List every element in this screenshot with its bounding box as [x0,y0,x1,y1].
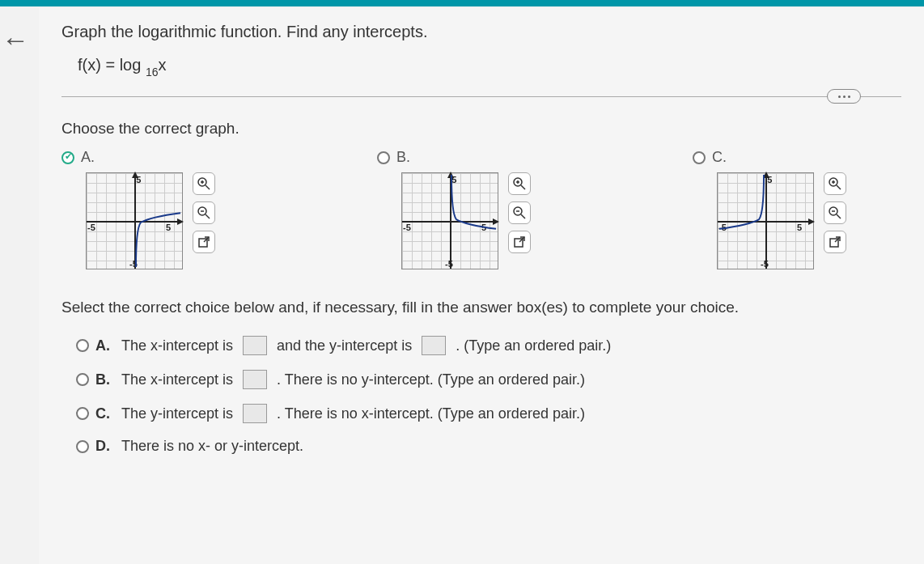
zoom-out-icon[interactable] [824,201,846,224]
radio-graph-c[interactable] [693,151,706,164]
zoom-out-icon[interactable] [508,201,531,224]
graph-option-c: C. 5 -5 -5 5 [693,149,846,269]
graph-option-b: B. 5 -5 -5 5 [377,149,531,269]
instruction-text: Select the correct choice below and, if … [61,299,901,316]
graph-option-b-label-row[interactable]: B. [377,149,531,166]
graph-a-grid: 5 -5 -5 5 [86,172,183,269]
content-panel: Graph the logarithmic function. Find any… [39,8,924,564]
graph-b-grid: 5 -5 -5 5 [401,172,498,269]
question-text: Graph the logarithmic function. Find any… [61,23,901,41]
back-arrow-icon[interactable]: ← [2,24,29,56]
answer-b-p1: The x-intercept is [121,371,233,388]
svg-line-14 [521,214,525,218]
radio-answer-b[interactable] [76,373,89,386]
graph-c-body: 5 -5 -5 5 [717,172,846,269]
choose-graph-heading: Choose the correct graph. [61,120,901,138]
radio-answer-c[interactable] [76,407,89,420]
graph-option-a-label-row[interactable]: A. [61,149,215,166]
answer-row-a[interactable]: A. The x-intercept is and the y-intercep… [76,336,901,355]
graph-b-body: 5 -5 -5 5 [401,172,531,269]
graph-option-c-label: C. [712,149,727,166]
graph-c-curve [718,173,813,269]
answer-a-p3: . (Type an ordered pair.) [456,337,611,354]
zoom-in-icon[interactable] [193,172,215,195]
answer-a-p1: The x-intercept is [121,337,233,354]
answer-c-p2: . There is no x-intercept. (Type an orde… [277,405,585,422]
answer-row-c[interactable]: C. The y-intercept is . There is no x-in… [76,404,901,423]
formula-text: f(x) = log 16x [78,56,901,77]
graph-b-curve [402,173,498,269]
radio-graph-b[interactable] [377,151,390,164]
svg-line-26 [835,237,840,242]
graph-option-a-label: A. [81,149,95,166]
answer-d-p1: There is no x- or y-intercept. [121,438,303,455]
answer-a-blank1[interactable] [243,336,267,355]
graph-option-a: A. 5 -5 -5 5 [61,149,215,269]
answer-b-letter: B. [95,371,110,388]
popout-icon[interactable] [508,231,531,253]
svg-line-17 [519,237,524,242]
answer-c-p1: The y-intercept is [121,405,233,422]
graph-b-tools [508,172,531,253]
svg-line-8 [204,237,209,242]
popout-icon[interactable] [193,231,215,253]
answer-a-p2: and the y-intercept is [277,337,412,354]
answer-c-blank1[interactable] [243,404,267,423]
answer-b-p2: . There is no y-intercept. (Type an orde… [277,371,585,388]
answer-d-letter: D. [95,438,110,455]
graph-a-curve [87,173,182,269]
graph-c-grid: 5 -5 -5 5 [717,172,814,269]
more-menu-button[interactable] [827,89,861,104]
answer-row-d[interactable]: D. There is no x- or y-intercept. [76,438,901,455]
svg-line-1 [206,185,210,189]
graph-options-row: A. 5 -5 -5 5 [61,149,901,269]
top-accent-bar [0,0,924,6]
divider-line [61,96,901,97]
answer-a-letter: A. [95,337,110,354]
answer-a-blank2[interactable] [422,336,446,355]
svg-line-23 [837,214,841,218]
radio-answer-a[interactable] [76,339,89,352]
zoom-in-icon[interactable] [508,172,531,195]
svg-line-10 [521,185,525,189]
radio-graph-a[interactable] [61,151,74,164]
graph-option-b-label: B. [396,149,410,166]
graph-a-tools [193,172,215,253]
graph-a-body: 5 -5 -5 5 [86,172,215,269]
radio-answer-d[interactable] [76,440,89,453]
graph-c-tools [824,172,846,253]
zoom-in-icon[interactable] [824,172,846,195]
svg-line-19 [837,185,841,189]
formula-head: f(x) = log [78,56,141,74]
graph-option-c-label-row[interactable]: C. [693,149,846,166]
formula-subscript: 16 [146,66,159,78]
popout-icon[interactable] [824,231,846,253]
answer-row-b[interactable]: B. The x-intercept is . There is no y-in… [76,370,901,389]
answer-c-letter: C. [95,405,110,422]
svg-line-5 [206,214,210,218]
formula-tail: x [159,56,167,74]
zoom-out-icon[interactable] [193,201,215,224]
answer-b-blank1[interactable] [243,370,267,389]
